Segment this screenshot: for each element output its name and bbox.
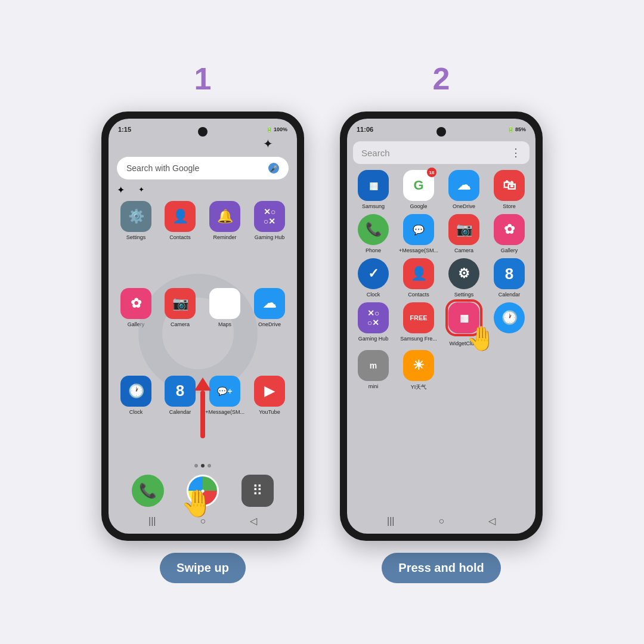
app-store-2[interactable]: 🛍 Store (489, 170, 530, 209)
camera-label-2: Camera (454, 247, 473, 253)
app-contacts-2[interactable]: 👤 Contacts (398, 258, 439, 298)
app-message-1[interactable]: 💬+ +Message(SM... (205, 376, 244, 457)
app-grid-2-row5: m mini ☀ YI天气 (347, 349, 535, 432)
calendar-icon-2: 8 (494, 258, 525, 289)
arrow-shaft (200, 391, 205, 438)
weather-icon-2: ☀ (403, 350, 434, 381)
app-youtube-1[interactable]: ▶ YouTube (250, 376, 289, 457)
camera-icon-1: 📷 (165, 288, 196, 319)
camera-label-1: Camera (171, 321, 190, 327)
google-icon-wrapper: G 18 (403, 170, 434, 201)
app-widgetclub-2[interactable]: ▦ 🤚 WidgetClu... (444, 302, 484, 346)
gallery-icon-1: ✿ (120, 288, 151, 319)
app-contacts-1[interactable]: 👤 Contacts (161, 201, 199, 282)
samsung-icon-2: ▦ (358, 170, 389, 201)
dock-phone-1[interactable]: 📞 (132, 475, 164, 507)
app-reminder-1[interactable]: 🔔 Reminder (205, 201, 244, 282)
samsung-free-icon-2: FREE (403, 302, 434, 333)
sparkle-2: ✦ (117, 184, 125, 196)
reminder-icon-1: 🔔 (209, 201, 240, 232)
app-weather-2[interactable]: ☀ YI天气 (398, 350, 439, 431)
samsung-label-2: Samsung (362, 203, 385, 209)
app-grid-2: ▦ Samsung G 18 Google ☁ OneDrive (347, 168, 535, 349)
app-onedrive-2[interactable]: ☁ OneDrive (444, 170, 484, 209)
nav-home-2[interactable]: ○ (438, 516, 444, 527)
spacer (347, 432, 535, 512)
app-mini-2[interactable]: m mini (353, 350, 394, 431)
phone-1-notch (198, 127, 208, 137)
contacts-icon-2: 👤 (403, 258, 434, 289)
app-gallery-1[interactable]: ✿ Gallery (117, 288, 155, 369)
app-camera-2[interactable]: 📷 Camera (444, 214, 484, 253)
nav-recent-2[interactable]: ◁ (488, 515, 496, 527)
app-camera-1[interactable]: 📷 Camera (161, 288, 199, 369)
app-samsung-free-2[interactable]: FREE Samsung Fre... (398, 302, 439, 346)
app-clock-2[interactable]: ✓ Clock (353, 258, 394, 298)
app-onedrive-1[interactable]: ☁ OneDrive (250, 288, 289, 369)
search-bar-2[interactable]: Search ⋮ (353, 141, 530, 164)
app-maps-1[interactable]: 🗺 Maps (205, 288, 244, 369)
nav-back-2[interactable]: ||| (387, 516, 394, 527)
google-badge: 18 (427, 168, 436, 177)
app-settings-2[interactable]: ⚙ Settings (444, 258, 484, 298)
mini-icon-2: m (358, 350, 389, 381)
search-placeholder-1: Search with Google (126, 163, 199, 173)
search-more-icon[interactable]: ⋮ (510, 146, 521, 159)
app-gallery-2[interactable]: ✿ Gallery (489, 214, 530, 253)
dot-2 (201, 464, 205, 467)
step-1: 1 1:15 🔋 100% ✦ Search with Go (101, 61, 304, 583)
phone-icon-2: 📞 (358, 214, 389, 245)
press-hold-label: Press and hold (398, 561, 484, 574)
calendar-icon-1: 8 (165, 376, 196, 407)
onedrive-icon-1: ☁ (254, 288, 285, 319)
app-message-2[interactable]: 💬 +Message(SM... (398, 214, 439, 253)
message-icon-2: 💬 (403, 214, 434, 245)
contacts-label-1: Contacts (169, 234, 191, 240)
battery-2: 🔋 85% (507, 126, 526, 132)
onedrive-label-2: OneDrive (453, 203, 475, 209)
gaming-hub-label-2: Gaming Hub (358, 336, 389, 342)
sparkle-1: ✦ (263, 137, 273, 151)
app-clock-1[interactable]: 🕐 Clock (117, 376, 155, 457)
step-2-number: 2 (433, 61, 450, 97)
clock-icon-2: ✓ (358, 258, 389, 289)
page-dots-1 (109, 462, 297, 470)
app-samsung-2[interactable]: ▦ Samsung (353, 170, 394, 209)
app-settings-1[interactable]: ⚙️ Settings (117, 201, 155, 282)
battery-icon-1: 🔋 (266, 126, 273, 132)
nav-recent-1[interactable]: ◁ (250, 515, 257, 527)
camera-icon-2: 📷 (448, 214, 479, 245)
nav-back-1[interactable]: ||| (148, 516, 156, 527)
app-calendar-1[interactable]: 8 Calendar (161, 376, 199, 457)
search-bar-1[interactable]: Search with Google 🎤 (117, 157, 289, 179)
app-phone-2[interactable]: 📞 Phone (353, 214, 394, 253)
step-2: 2 11:06 🔋 85% Search ⋮ (340, 61, 543, 583)
sparkle-3: ✦ (138, 185, 144, 194)
weather-label-2: YI天气 (411, 383, 427, 391)
app-gaming-hub-2[interactable]: ✕○○✕ Gaming Hub (353, 302, 394, 346)
battery-icon-2: 🔋 (507, 126, 514, 132)
youtube-label-1: YouTube (259, 409, 280, 415)
clock-label-2: Clock (367, 292, 380, 298)
phone-2: 11:06 🔋 85% Search ⋮ ▦ Samsung (340, 112, 543, 541)
onedrive-icon-2: ☁ (448, 170, 479, 201)
maps-icon-1: 🗺 (209, 288, 240, 319)
clock-label-1: Clock (129, 409, 143, 415)
mini-label-2: mini (369, 383, 379, 389)
mic-icon-1[interactable]: 🎤 (268, 163, 279, 174)
dot-3 (208, 464, 211, 467)
time-1: 1:15 (118, 126, 131, 133)
store-label-2: Store (503, 203, 516, 209)
settings-icon-2: ⚙ (448, 258, 479, 289)
dock-apps-1[interactable]: ⠿ (242, 475, 274, 507)
battery-1: 🔋 100% (266, 126, 287, 132)
arrow-head (194, 377, 211, 391)
swipe-up-button: Swipe up (160, 553, 246, 583)
app-gaming-hub-1[interactable]: ✕○○✕ Gaming Hub (250, 201, 289, 282)
google-label-2: Google (410, 203, 427, 209)
settings-icon-1: ⚙️ (120, 201, 151, 232)
clock-icon-1: 🕐 (120, 376, 151, 407)
gaming-hub-icon-1: ✕○○✕ (254, 201, 285, 232)
app-google-2[interactable]: G 18 Google (398, 170, 439, 209)
app-calendar-2[interactable]: 8 Calendar (489, 258, 530, 298)
